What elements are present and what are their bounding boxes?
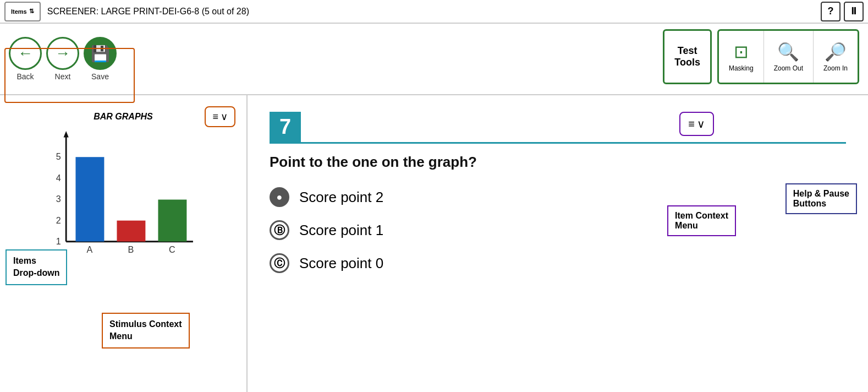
zoom-tools-box: ⊡ Masking 🔍 Zoom Out 🔎 Zoom In bbox=[717, 29, 859, 84]
option-b-text: Score point 1 bbox=[299, 222, 383, 239]
svg-rect-9 bbox=[117, 221, 145, 242]
save-circle: 💾 bbox=[84, 37, 117, 70]
svg-marker-2 bbox=[64, 131, 69, 138]
option-a-letter: ● bbox=[270, 187, 289, 207]
left-panel: ≡ ∨ BAR GRAPHS 1 2 3 4 5 bbox=[0, 95, 248, 392]
item-number-box: 7 bbox=[270, 112, 846, 142]
item-question: Point to the one on the graph? bbox=[270, 154, 846, 171]
option-c-text: Score point 0 bbox=[299, 255, 383, 272]
option-b-letter: Ⓑ bbox=[270, 220, 289, 240]
back-button[interactable]: ← Back bbox=[9, 37, 42, 81]
masking-button[interactable]: ⊡ Masking bbox=[719, 31, 764, 83]
nav-buttons: ← Back → Next 💾 Save bbox=[9, 37, 117, 81]
zoom-in-icon: 🔎 bbox=[825, 41, 847, 62]
back-circle: ← bbox=[9, 37, 42, 70]
option-a-text: Score point 2 bbox=[299, 189, 383, 206]
main-content: ≡ ∨ BAR GRAPHS 1 2 3 4 5 bbox=[0, 95, 868, 392]
annotation-item-context-menu: Item ContextMenu bbox=[667, 205, 736, 236]
top-bar: Items ⇅ SCREENER: LARGE PRINT-DEI-G6-8 (… bbox=[0, 0, 868, 24]
item-underline bbox=[270, 142, 846, 144]
bar-chart-area: 1 2 3 4 5 A B C bbox=[41, 127, 206, 259]
answer-options: ● Score point 2 Ⓑ Score point 1 Ⓒ Score … bbox=[270, 187, 846, 273]
annotation-stimulus-context: Stimulus ContextMenu bbox=[102, 313, 190, 349]
masking-label: Masking bbox=[729, 64, 754, 72]
screener-title: SCREENER: LARGE PRINT-DEI-G6-8 (5 out of… bbox=[47, 7, 821, 17]
masking-icon: ⊡ bbox=[734, 41, 749, 62]
svg-text:B: B bbox=[128, 244, 134, 254]
next-label: Next bbox=[55, 72, 71, 81]
annotation-help-pause: Help & PauseButtons bbox=[785, 183, 857, 214]
save-label: Save bbox=[91, 72, 109, 81]
next-button[interactable]: → Next bbox=[46, 37, 79, 81]
bar-graph-title: BAR GRAPHS bbox=[9, 112, 238, 122]
item-hamburger-icon: ≡ bbox=[688, 118, 695, 130]
zoom-in-label: Zoom In bbox=[823, 64, 848, 72]
hamburger-icon: ≡ bbox=[212, 111, 218, 123]
svg-text:2: 2 bbox=[56, 215, 61, 225]
top-right-buttons: ? ⏸ bbox=[821, 2, 864, 21]
save-button[interactable]: 💾 Save bbox=[84, 37, 117, 81]
svg-rect-10 bbox=[158, 200, 186, 242]
item-number: 7 bbox=[270, 112, 301, 142]
zoom-in-button[interactable]: 🔎 Zoom In bbox=[814, 31, 858, 83]
zoom-out-label: Zoom Out bbox=[774, 64, 803, 72]
right-panel: ≡ ∨ 7 Point to the one on the graph? ● S… bbox=[248, 95, 868, 392]
option-a[interactable]: ● Score point 2 bbox=[270, 187, 846, 207]
help-button[interactable]: ? bbox=[821, 2, 840, 21]
option-c[interactable]: Ⓒ Score point 0 bbox=[270, 253, 846, 273]
svg-text:3: 3 bbox=[56, 194, 61, 204]
svg-text:A: A bbox=[86, 244, 92, 254]
zoom-out-icon: 🔍 bbox=[777, 41, 799, 62]
item-context-menu-button[interactable]: ≡ ∨ bbox=[679, 112, 714, 136]
stimulus-context-menu-button[interactable]: ≡ ∨ bbox=[205, 106, 235, 127]
svg-rect-8 bbox=[75, 157, 104, 241]
nav-toolbar: ← Back → Next 💾 Save Navigation andSave … bbox=[0, 24, 868, 95]
back-label: Back bbox=[17, 72, 34, 81]
chevron-icon: ∨ bbox=[221, 111, 228, 123]
option-b[interactable]: Ⓑ Score point 1 bbox=[270, 220, 846, 240]
annotation-items-dropdown: ItemsDrop-down bbox=[6, 249, 67, 285]
pause-button[interactable]: ⏸ bbox=[844, 2, 864, 21]
toolbar-right: TestTools ⊡ Masking 🔍 Zoom Out 🔎 Zoom In bbox=[663, 29, 859, 84]
items-chevron-icon: ⇅ bbox=[29, 8, 34, 15]
next-circle: → bbox=[46, 37, 79, 70]
test-tools-button[interactable]: TestTools bbox=[663, 29, 712, 84]
zoom-out-button[interactable]: 🔍 Zoom Out bbox=[764, 31, 814, 83]
option-c-letter: Ⓒ bbox=[270, 253, 289, 273]
svg-text:C: C bbox=[169, 244, 175, 254]
svg-text:5: 5 bbox=[56, 151, 61, 161]
svg-text:4: 4 bbox=[56, 173, 61, 183]
bar-chart-svg: 1 2 3 4 5 A B C bbox=[41, 127, 206, 267]
svg-text:1: 1 bbox=[56, 236, 61, 246]
items-label: Items bbox=[11, 8, 27, 15]
item-chevron-icon: ∨ bbox=[697, 117, 705, 130]
items-dropdown[interactable]: Items ⇅ bbox=[4, 2, 41, 21]
